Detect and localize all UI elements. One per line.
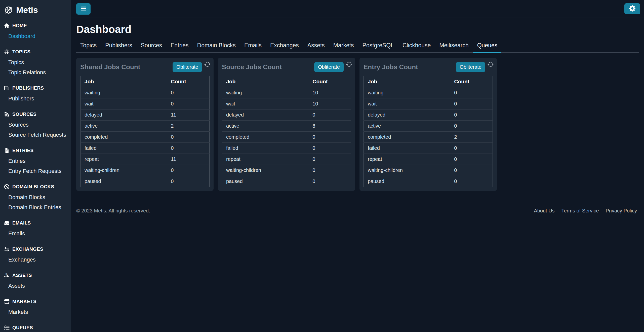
job-count-cell: 0	[308, 154, 351, 165]
job-count-cell: 11	[167, 154, 209, 165]
footer-link-about-us[interactable]: About Us	[534, 208, 554, 214]
obliterate-button[interactable]: Obliterate	[314, 62, 344, 72]
card-shared-jobs-count: Shared Jobs CountObliterateJobCountwaiti…	[76, 58, 214, 191]
job-count-cell: 0	[308, 165, 351, 176]
house-icon	[4, 23, 10, 28]
tab-assets[interactable]: Assets	[303, 40, 329, 53]
sidebar-item-topic-relations[interactable]: Topic Relations	[0, 67, 71, 78]
job-name-cell: delayed	[364, 109, 450, 121]
column-header-count: Count	[308, 76, 351, 87]
tab-topics[interactable]: Topics	[76, 40, 101, 53]
column-header-count: Count	[167, 76, 209, 87]
card-header: Source Jobs CountObliterate	[222, 62, 351, 72]
job-name-cell: completed	[80, 132, 167, 143]
footer-links: About UsTerms of ServicePrivacy Policy	[534, 208, 637, 214]
job-count-cell: 8	[308, 121, 351, 132]
refresh-icon[interactable]	[204, 61, 211, 67]
table-row-completed: completed0	[222, 132, 351, 143]
table-row-completed: completed2	[364, 132, 493, 143]
job-name-cell: wait	[80, 98, 167, 109]
hashtag-icon	[4, 49, 10, 55]
tab-markets[interactable]: Markets	[329, 40, 358, 53]
table-row-active: active8	[222, 121, 351, 132]
job-name-cell: active	[364, 121, 450, 132]
app-name: Metis	[16, 5, 38, 15]
sidebar-heading-domain-blocks: DOMAIN BLOCKS	[0, 183, 71, 190]
sidebar-heading-emails: EMAILS	[0, 220, 71, 226]
table-row-paused: paused0	[222, 176, 351, 187]
table-row-waiting-children: waiting-children0	[222, 165, 351, 176]
sidebar-item-domain-block-entries[interactable]: Domain Block Entries	[0, 202, 71, 212]
job-count-cell: 0	[167, 176, 209, 187]
job-name-cell: wait	[222, 98, 309, 109]
job-count-cell: 0	[167, 143, 209, 154]
sidebar-item-domain-blocks[interactable]: Domain Blocks	[0, 192, 71, 202]
table-row-wait: wait0	[364, 98, 493, 109]
tab-sources[interactable]: Sources	[137, 40, 166, 53]
app-brand: Metis	[0, 4, 71, 22]
sidebar-heading-label: PUBLISHERS	[12, 85, 44, 91]
tab-publishers[interactable]: Publishers	[101, 40, 136, 53]
table-row-wait: wait0	[80, 98, 210, 109]
sidebar-item-topics[interactable]: Topics	[0, 57, 71, 67]
refresh-icon[interactable]	[488, 61, 494, 67]
table-row-delayed: delayed0	[222, 109, 351, 121]
file-lines-icon	[4, 148, 10, 153]
sidebar-section-domain-blocks: DOMAIN BLOCKSDomain BlocksDomain Block E…	[0, 183, 71, 212]
sidebar-heading-label: EMAILS	[12, 220, 31, 226]
exchange-arrows-icon	[4, 246, 10, 252]
sidebar-heading-label: EXCHANGES	[12, 246, 43, 252]
tab-postgresql[interactable]: PostgreSQL	[358, 40, 398, 53]
tab-meilisearch[interactable]: Meilisearch	[435, 40, 472, 53]
footer-link-privacy-policy[interactable]: Privacy Policy	[606, 208, 637, 214]
job-name-cell: failed	[364, 143, 450, 154]
sidebar-heading-label: HOME	[12, 23, 27, 28]
sidebar-item-exchanges[interactable]: Exchanges	[0, 255, 71, 265]
table-row-failed: failed0	[222, 143, 351, 154]
job-name-cell: active	[80, 121, 167, 132]
sidebar-item-assets[interactable]: Assets	[0, 281, 71, 291]
tab-queues[interactable]: Queues	[473, 40, 502, 53]
obliterate-button[interactable]: Obliterate	[173, 62, 202, 72]
sidebar-item-entry-fetch-requests[interactable]: Entry Fetch Requests	[0, 166, 71, 176]
table-row-delayed: delayed11	[80, 109, 210, 121]
obliterate-button[interactable]: Obliterate	[456, 62, 485, 72]
tab-exchanges[interactable]: Exchanges	[266, 40, 303, 53]
settings-button[interactable]	[624, 3, 640, 14]
sidebar-item-markets[interactable]: Markets	[0, 307, 71, 317]
sidebar-item-source-fetch-requests[interactable]: Source Fetch Requests	[0, 130, 71, 140]
footer-link-terms-of-service[interactable]: Terms of Service	[561, 208, 599, 214]
sidebar-section-topics: TOPICSTopicsTopic Relations	[0, 49, 71, 78]
refresh-icon[interactable]	[346, 61, 352, 67]
column-header-job: Job	[80, 76, 167, 87]
table-row-paused: paused0	[364, 176, 493, 187]
sidebar-item-entries[interactable]: Entries	[0, 156, 71, 166]
page-content: Dashboard TopicsPublishersSourcesEntries…	[71, 18, 644, 191]
table-row-delayed: delayed0	[364, 109, 493, 121]
hamburger-icon	[80, 5, 87, 13]
sidebar-nav: HOMEDashboardTOPICSTopicsTopic Relations…	[0, 22, 71, 332]
footer: © 2023 Metis. All rights reserved. About…	[71, 203, 644, 219]
job-name-cell: repeat	[80, 154, 167, 165]
job-count-cell: 2	[167, 121, 209, 132]
tab-clickhouse[interactable]: Clickhouse	[398, 40, 435, 53]
card-header: Entry Jobs CountObliterate	[364, 62, 493, 72]
job-name-cell: paused	[364, 176, 450, 187]
job-count-cell: 2	[450, 132, 493, 143]
page-title: Dashboard	[76, 23, 639, 35]
table-row-active: active0	[364, 121, 493, 132]
table-row-completed: completed0	[80, 132, 210, 143]
tab-domain-blocks[interactable]: Domain Blocks	[193, 40, 240, 53]
sidebar-heading-sources: SOURCES	[0, 111, 71, 118]
sidebar-item-emails[interactable]: Emails	[0, 229, 71, 239]
menu-toggle-button[interactable]	[76, 3, 91, 15]
sidebar-item-dashboard[interactable]: Dashboard	[0, 31, 71, 41]
sidebar-item-publishers[interactable]: Publishers	[0, 94, 71, 104]
sidebar-item-sources[interactable]: Sources	[0, 120, 71, 130]
job-name-cell: waiting-children	[364, 165, 450, 176]
tab-entries[interactable]: Entries	[167, 40, 193, 53]
table-row-waiting: waiting0	[80, 87, 210, 98]
job-name-cell: failed	[222, 143, 309, 154]
sidebar-section-markets: MARKETSMarkets	[0, 298, 71, 317]
tab-emails[interactable]: Emails	[240, 40, 266, 53]
